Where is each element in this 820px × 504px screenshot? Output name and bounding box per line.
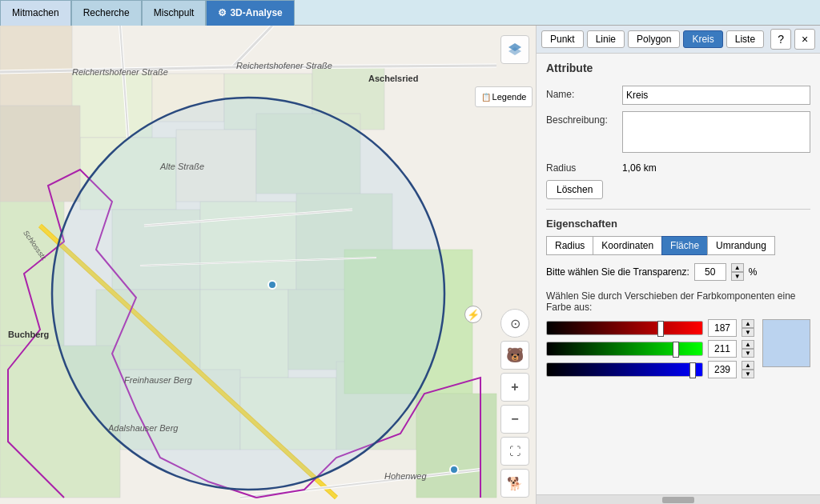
green-slider-track[interactable]	[546, 342, 703, 356]
help-button[interactable]: ?	[770, 29, 791, 50]
blue-spinner: ▲ ▼	[742, 361, 754, 378]
scrollbar-thumb[interactable]	[662, 497, 694, 503]
transparency-up[interactable]: ▲	[731, 263, 744, 272]
red-slider-track[interactable]	[546, 321, 703, 335]
green-row: ▲ ▼	[546, 340, 754, 358]
close-button[interactable]: ×	[794, 29, 815, 50]
transparency-unit: %	[749, 266, 758, 278]
red-spinner: ▲ ▼	[742, 319, 754, 337]
map-label-reichertshofener-2: Reichertshofener Straße	[72, 67, 168, 77]
lightning-icon[interactable]: ⚡	[464, 306, 482, 323]
color-sliders: ▲ ▼ ▲ ▼	[546, 319, 754, 382]
punkt-button[interactable]: Punkt	[541, 30, 584, 48]
full-extent-button[interactable]: ⛶	[500, 437, 529, 466]
legend-icon: 📋	[481, 93, 491, 102]
blue-up[interactable]: ▲	[742, 361, 754, 370]
sub-tabs: Radius Koordinaten Fläche Umrandung	[546, 236, 810, 255]
map-controls: ⊙ 🐻 + − ⛶ 🐕	[494, 26, 536, 504]
liste-button[interactable]: Liste	[726, 30, 764, 48]
map-label-alte-strasse: Alte Straße	[160, 162, 204, 171]
blue-slider-track[interactable]	[546, 362, 703, 377]
radius-value: 1,06 km	[622, 159, 810, 174]
map-label-adalshauser: Adalshauser Berg	[108, 423, 178, 433]
right-panel: Punkt Linie Polygon Kreis Liste ? × Attr…	[536, 26, 820, 504]
map-label-freinhauser: Freinhauser Berg	[124, 375, 192, 385]
color-title: Wählen Sie durch Verschieben der Farbkom…	[546, 290, 810, 313]
svg-point-39	[268, 281, 276, 289]
subtab-koordinaten[interactable]: Koordinaten	[593, 236, 661, 255]
subtab-radius[interactable]: Radius	[546, 236, 593, 255]
wind-icon: ⚙	[218, 7, 227, 18]
zoom-out-button[interactable]: −	[500, 405, 529, 434]
extra-button[interactable]: 🐕	[500, 469, 529, 498]
polygon-button[interactable]: Polygon	[628, 30, 680, 48]
map-label-reichertshofener-1: Reichertshofener Straße	[236, 61, 332, 70]
green-spinner: ▲ ▼	[742, 340, 754, 358]
tab-mitmachen[interactable]: Mitmachen	[0, 0, 71, 26]
kreis-button[interactable]: Kreis	[683, 30, 722, 48]
transparency-row: Bitte wählen Sie die Transparenz: ▲ ▼ %	[546, 263, 810, 281]
svg-rect-19	[416, 394, 496, 498]
top-navigation: Mitmachen Recherche Mischpult ⚙ 3D-Analy…	[0, 0, 820, 26]
red-slider-thumb[interactable]	[657, 321, 664, 337]
panel-content: Attribute Name: Beschreibung: Radius 1,0…	[537, 54, 820, 494]
red-down[interactable]: ▼	[742, 328, 754, 337]
map-area[interactable]: Alte Straße Freinhauser Berg Adalshauser…	[0, 26, 536, 504]
area-button[interactable]: 🐻	[500, 341, 529, 370]
green-up[interactable]: ▲	[742, 340, 754, 349]
blue-slider-thumb[interactable]	[689, 362, 696, 378]
red-row: ▲ ▼	[546, 319, 754, 337]
locate-button[interactable]: ⊙	[500, 309, 529, 338]
map-label-buchberg: Buchberg	[8, 330, 49, 339]
delete-button[interactable]: Löschen	[546, 180, 603, 199]
beschreibung-input[interactable]	[622, 111, 810, 153]
color-preview	[762, 319, 810, 367]
layers-button[interactable]	[500, 35, 529, 64]
map-background: Alte Straße Freinhauser Berg Adalshauser…	[0, 26, 536, 504]
transparency-input[interactable]	[694, 263, 726, 281]
svg-point-40	[450, 466, 458, 474]
blue-value-input[interactable]	[708, 361, 737, 378]
green-value-input[interactable]	[708, 340, 737, 358]
tab-3d-analyse[interactable]: ⚙ 3D-Analyse	[206, 0, 294, 26]
beschreibung-label: Beschreibung:	[546, 111, 622, 126]
attribute-title: Attribute	[546, 62, 810, 78]
name-input[interactable]	[622, 86, 810, 105]
eigenschaften-title: Eigenschaften	[546, 218, 810, 230]
blue-row: ▲ ▼	[546, 361, 754, 378]
map-label-aschelsried: Aschelsried	[368, 74, 418, 83]
color-section: ▲ ▼ ▲ ▼	[546, 319, 810, 382]
red-up[interactable]: ▲	[742, 319, 754, 328]
map-label-hohenweg: Hohenweg	[384, 471, 427, 481]
transparency-label: Bitte wählen Sie die Transparenz:	[546, 266, 689, 278]
zoom-in-button[interactable]: +	[500, 373, 529, 402]
green-down[interactable]: ▼	[742, 349, 754, 358]
blue-down[interactable]: ▼	[742, 370, 754, 378]
svg-rect-21	[0, 106, 80, 202]
name-row: Name:	[546, 86, 810, 105]
eigenschaften-section: Eigenschaften Radius Koordinaten Fläche …	[546, 218, 810, 382]
tab-recherche[interactable]: Recherche	[71, 0, 142, 26]
main-container: Alte Straße Freinhauser Berg Adalshauser…	[0, 26, 820, 504]
radius-label: Radius	[546, 159, 622, 174]
attribute-section: Attribute Name: Beschreibung: Radius 1,0…	[546, 62, 810, 209]
tab-mischpult[interactable]: Mischpult	[142, 0, 207, 26]
beschreibung-row: Beschreibung:	[546, 111, 810, 153]
subtab-umrandung[interactable]: Umrandung	[707, 236, 775, 255]
green-slider-thumb[interactable]	[673, 342, 679, 358]
transparency-down[interactable]: ▼	[731, 272, 744, 281]
map-svg	[0, 26, 536, 504]
panel-scrollbar[interactable]	[537, 494, 820, 504]
name-label: Name:	[546, 86, 622, 100]
subtab-flaeche[interactable]: Fläche	[661, 236, 707, 255]
panel-toolbar: Punkt Linie Polygon Kreis Liste ? ×	[537, 26, 820, 54]
red-value-input[interactable]	[708, 319, 737, 337]
transparency-spinner: ▲ ▼	[731, 263, 744, 281]
linie-button[interactable]: Linie	[587, 30, 625, 48]
radius-row: Radius 1,06 km	[546, 159, 810, 174]
